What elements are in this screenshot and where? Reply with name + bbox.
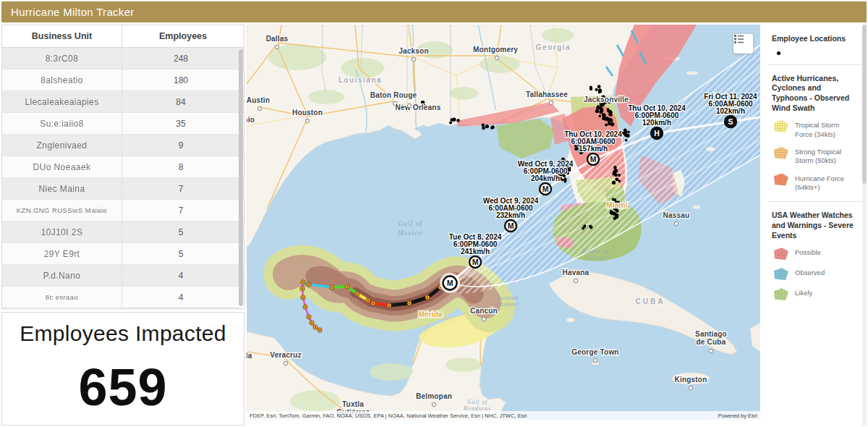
city-dot	[593, 358, 597, 362]
table-row[interactable]: Su:e:iaiio835	[2, 113, 244, 135]
map-city-label: George Town	[571, 348, 618, 356]
table-scrollbar[interactable]	[239, 49, 243, 306]
employee-location-dot[interactable]	[597, 105, 600, 108]
employee-location-dot[interactable]	[607, 119, 610, 122]
legend-item: Likely	[774, 288, 856, 300]
business-unit-cell: 8alsheatio	[2, 69, 122, 91]
employee-location-dot[interactable]	[610, 210, 613, 213]
map-legend-button[interactable]	[733, 34, 753, 54]
business-unit-cell: 10J10I 2S	[2, 221, 122, 243]
map-city-label: Jacksonville	[584, 96, 629, 103]
panel-scrollbar-thumb[interactable]	[862, 25, 867, 184]
table-row[interactable]: 8c esraao4	[2, 287, 244, 308]
employee-location-dot[interactable]	[612, 181, 616, 185]
employees-cell: 7	[122, 178, 239, 200]
track-point-center	[357, 293, 358, 295]
city-dot	[275, 45, 278, 48]
track-point-center	[302, 288, 303, 289]
map-city-label: bla	[247, 352, 252, 360]
business-unit-cell: P.d.Nano	[2, 265, 122, 287]
employee-location-dot[interactable]	[614, 174, 618, 177]
employee-location-dot[interactable]	[482, 124, 485, 127]
map-city-label: Austin	[247, 96, 270, 104]
employee-location-dot[interactable]	[612, 212, 615, 215]
employee-location-dot[interactable]	[563, 177, 566, 180]
employee-location-dot[interactable]	[595, 88, 598, 91]
table-row[interactable]: Znglenivaed9	[2, 135, 244, 156]
table-row[interactable]: 29Y E9rt5	[2, 243, 244, 265]
employee-location-dot[interactable]	[615, 214, 619, 218]
forecast-marker-letter: M	[542, 185, 549, 193]
employee-location-dot[interactable]	[613, 166, 616, 169]
employees-cell: 5	[122, 221, 239, 243]
employees-cell: 248	[122, 48, 239, 69]
map-city-label: Baton Rouge	[370, 91, 417, 99]
bahama-island	[686, 72, 698, 75]
city-dot	[674, 221, 678, 225]
employee-location-dot[interactable]	[599, 115, 602, 118]
employee-location-dot[interactable]	[599, 110, 603, 114]
city-dot	[407, 103, 411, 107]
employee-location-dot[interactable]	[605, 123, 608, 126]
map-city-label: Houston	[292, 109, 323, 117]
map-water-label: Gulf of	[467, 399, 488, 405]
map-water-label: Channel	[496, 301, 519, 308]
legend-item-label: Hurricane Force (64kts+)	[795, 174, 856, 193]
legend-item-label: Observed	[795, 268, 825, 277]
employee-location-dot[interactable]	[625, 139, 628, 142]
city-dot	[689, 386, 692, 389]
employee-location-dot[interactable]	[482, 127, 485, 130]
legend-list-icon	[733, 34, 744, 44]
employee-location-dot[interactable]	[574, 147, 578, 151]
map[interactable]: MMMMMHS DallasJacksonMontgomeryBaton Rou…	[247, 25, 760, 420]
legend-item: Strong Tropical Storm (50kts)	[774, 147, 856, 166]
track-point-center	[311, 322, 312, 324]
track-point-center	[302, 297, 304, 298]
employee-location-dot[interactable]	[595, 109, 599, 113]
employee-location-dot[interactable]	[561, 179, 563, 181]
employee-location-dot[interactable]	[610, 111, 613, 114]
forecast-point-label: 204km/h	[531, 174, 560, 182]
table-row[interactable]: 10J10I 2S5	[2, 221, 244, 243]
employee-location-dot[interactable]	[450, 118, 453, 121]
employee-location-dot[interactable]	[456, 119, 459, 122]
city-dot	[258, 106, 261, 110]
map-city-label: Tuxtla	[342, 400, 364, 408]
wind-swath-legend-items: Tropical Storm Force (34kts)Strong Tropi…	[772, 120, 856, 192]
table-row[interactable]: DUo Noeaaek8	[2, 156, 244, 178]
table-row[interactable]: 8alsheatio180	[2, 69, 244, 91]
employee-location-dot[interactable]	[597, 85, 601, 88]
employee-location-dot[interactable]	[590, 85, 592, 88]
map-water-label: Yucatan	[497, 295, 519, 301]
business-unit-cell: Llecaleakeaiapies	[2, 91, 122, 113]
legend-item: Tropical Storm Force (34kts)	[774, 120, 856, 139]
employee-location-dot[interactable]	[627, 131, 630, 134]
legend-swatch	[774, 248, 788, 260]
table-row[interactable]: Niec Maina7	[2, 178, 244, 200]
employee-location-dot[interactable]	[599, 90, 602, 93]
employee-location-dot[interactable]	[485, 125, 488, 128]
bu-table-body: 8:3rC082488alsheatio180Llecaleakeaiapies…	[2, 48, 244, 308]
employee-location-dot[interactable]	[614, 170, 617, 173]
employee-location-dot[interactable]	[615, 177, 618, 181]
map-water-label: Mexico	[397, 229, 422, 237]
employee-location-dot[interactable]	[490, 127, 493, 130]
employee-location-dot[interactable]	[583, 225, 586, 228]
legend-swatch	[774, 174, 788, 186]
table-row[interactable]: P.d.Nano4	[2, 265, 244, 287]
table-row[interactable]: Llecaleakeaiapies84	[2, 91, 244, 113]
legend-item-label: Strong Tropical Storm (50kts)	[795, 147, 856, 166]
employee-location-dot[interactable]	[626, 134, 629, 138]
forecast-marker-letter: M	[447, 279, 454, 287]
panel-scrollbar-track[interactable]	[862, 25, 867, 426]
legend-section-title-wind-swath: Active Hurricanes, Cyclones and Typhoons…	[772, 74, 856, 114]
employee-location-dot[interactable]	[624, 130, 627, 134]
employee-location-dot[interactable]	[618, 174, 621, 177]
employee-location-dot[interactable]	[608, 122, 611, 126]
track-point-center	[331, 287, 333, 288]
employee-location-dot[interactable]	[589, 225, 592, 228]
employee-location-dot[interactable]	[449, 121, 452, 124]
map-city-label: onio	[247, 116, 255, 124]
table-row[interactable]: 8:3rC08248	[2, 48, 244, 69]
table-row[interactable]: KZN.GNG RUSSieS Maiaie7	[2, 200, 244, 221]
